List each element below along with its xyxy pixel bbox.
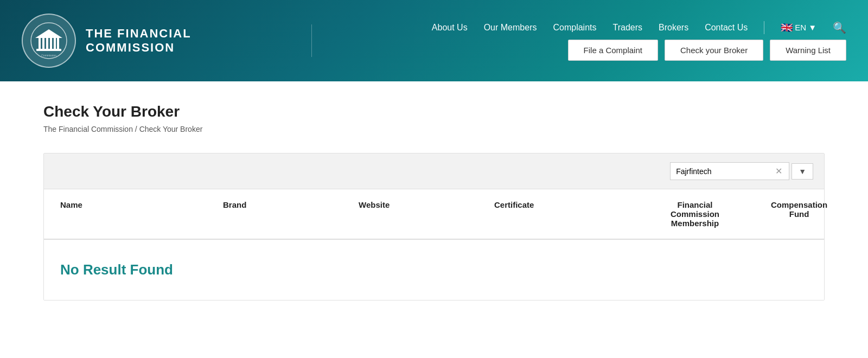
breadcrumb-current: Check Your Broker [139,125,203,133]
svg-marker-8 [35,29,62,38]
logo-text: THE FINANCIAL COMMISSION [86,27,192,55]
svg-rect-2 [39,38,41,50]
col-name: Name [55,189,218,239]
language-selector[interactable]: 🇬🇧 EN ▼ [781,22,816,34]
nav-complaints[interactable]: Complaints [553,23,596,33]
svg-text:Commission: Commission [41,54,56,57]
action-buttons: File a Complaint Check your Broker Warni… [568,40,846,61]
col-website: Website [353,189,489,239]
svg-rect-6 [54,38,56,50]
lang-label: EN [795,23,806,32]
file-complaint-button[interactable]: File a Complaint [568,40,658,61]
breadcrumb: The Financial Commission / Check Your Br… [43,125,825,133]
col-brand: Brand [218,189,353,239]
nav-about-us[interactable]: About Us [432,23,468,33]
svg-rect-4 [46,38,48,50]
nav-brokers[interactable]: Brokers [659,23,688,33]
nav-traders[interactable]: Traders [612,23,642,33]
dropdown-button[interactable]: ▼ [792,163,813,180]
breadcrumb-separator: / [135,125,139,133]
header-right: About Us Our Members Complaints Traders … [432,21,846,61]
search-button[interactable]: 🔍 [833,21,846,34]
col-compensation-fund: Compensation Fund [765,189,833,239]
site-header: Commission THE FINANCIAL COMMISSION Abou… [0,0,868,81]
warning-list-button[interactable]: Warning List [770,40,846,61]
no-result-message: No Result Found [60,261,808,278]
search-input-box: ✕ [670,162,789,180]
svg-rect-7 [57,38,59,50]
clear-search-button[interactable]: ✕ [774,166,783,176]
table-toolbar: ✕ ▼ [44,154,824,189]
nav-contact-us[interactable]: Contact Us [705,23,748,33]
table-header: Name Brand Website Certificate Financial… [44,189,824,240]
nav-our-members[interactable]: Our Members [484,23,537,33]
svg-rect-3 [42,38,44,50]
main-content: Check Your Broker The Financial Commissi… [0,81,868,358]
lang-chevron-icon: ▼ [808,23,816,32]
search-input[interactable] [676,167,774,176]
broker-table-container: ✕ ▼ Name Brand Website Certificate Finan… [43,153,825,301]
col-fc-membership: FinancialCommissionMembership [624,189,765,239]
header-divider [311,24,312,57]
svg-rect-5 [50,38,52,50]
page-title: Check Your Broker [43,103,825,120]
search-wrapper: ✕ ▼ [670,162,813,180]
breadcrumb-home[interactable]: The Financial Commission [43,125,133,133]
logo-icon: Commission [22,14,76,68]
nav-divider [764,21,764,34]
logo-line1: THE FINANCIAL [86,27,192,41]
col-certificate: Certificate [489,189,624,239]
main-nav: About Us Our Members Complaints Traders … [432,21,846,34]
table-body: No Result Found [44,240,824,300]
logo-area: Commission THE FINANCIAL COMMISSION [22,14,192,68]
flag-icon: 🇬🇧 [781,22,793,34]
logo-line2: COMMISSION [86,41,192,55]
check-broker-button[interactable]: Check your Broker [665,40,763,61]
